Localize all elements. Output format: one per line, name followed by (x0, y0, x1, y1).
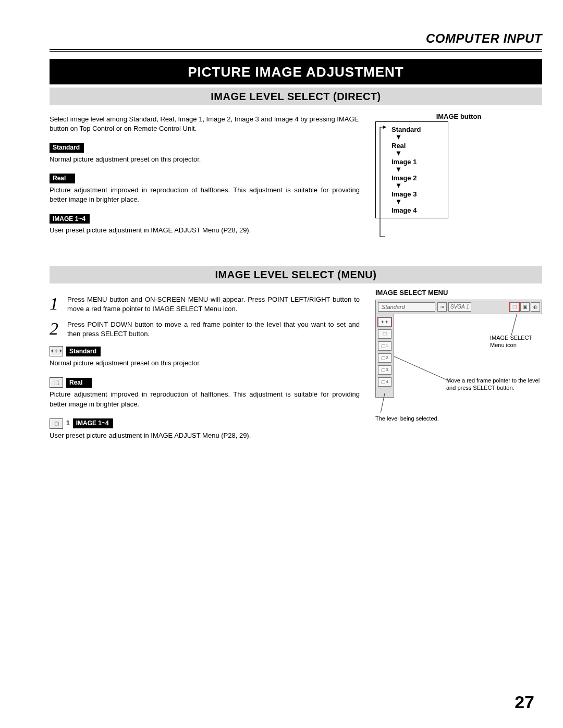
step-text-2: Press POINT DOWN button to move a red fr… (67, 320, 360, 339)
loop-arrow-icon (378, 125, 387, 239)
divider (50, 49, 542, 50)
section-header: COMPUTER INPUT (50, 31, 542, 46)
chip-standard-2: Standard (66, 347, 101, 356)
arrow-down-icon: ▾ (397, 181, 400, 189)
image14-icon: ▢ (50, 418, 63, 429)
page-number: 27 (515, 692, 534, 712)
menu-icon-2: ▣ (520, 302, 530, 312)
desc-image14: User preset picture adjustment in IMAGE … (50, 226, 360, 235)
menu-icon-3: ◐ (531, 302, 540, 312)
desc-real-2: Picture adjustment improved in reproduct… (50, 390, 360, 409)
svg-line-0 (394, 356, 451, 382)
arrow-down-icon: ▾ (397, 149, 400, 157)
side-image1-icon: ▢1 (378, 341, 391, 351)
chip-real-2: Real (66, 378, 92, 388)
menu-top-bar: Standard ⇥ SVGA 1 ⬚ ▣ ◐ (375, 300, 542, 314)
chip-real: Real (50, 174, 75, 183)
step-text-1: Press MENU button and ON-SCREEN MENU wil… (67, 295, 360, 314)
standard-icon: ✦✧✦ (50, 346, 63, 356)
side-image2-icon: ▢2 (378, 353, 391, 363)
side-image3-icon: ▢3 (378, 365, 391, 375)
level-real: Real (387, 141, 443, 150)
annot-menu-icon: IMAGE SELECT Menu icon (490, 334, 547, 349)
svg-line-2 (381, 393, 385, 413)
real-icon: ⬚ (50, 377, 63, 388)
icon-badge-1: 1 (66, 419, 70, 428)
level-standard: Standard (387, 125, 443, 134)
step-number-2: 2 (50, 320, 61, 339)
annot-pointer: Move a red frame pointer to the level an… (446, 377, 545, 392)
level-image3: Image 3 (387, 190, 443, 199)
menu-sidebar: ✦✦ ⬚ ▢1 ▢2 ▢3 ▢4 (375, 314, 394, 398)
image-select-menu-icon: ⬚ (510, 302, 519, 312)
subsection-title-direct: IMAGE LEVEL SELECT (DIRECT) (50, 88, 542, 105)
arrow-down-icon: ▾ (397, 165, 400, 173)
menu-current-label: Standard (378, 302, 435, 312)
divider (50, 51, 542, 52)
level-image2: Image 2 (387, 174, 443, 182)
desc-image14-2: User preset picture adjustment in IMAGE … (50, 431, 360, 440)
subsection-title-menu: IMAGE LEVEL SELECT (MENU) (50, 266, 542, 283)
image-select-menu-figure: IMAGE SELECT MENU Standard ⇥ SVGA 1 ⬚ ▣ … (375, 289, 542, 398)
chip-image14-2: IMAGE 1~4 (73, 418, 113, 428)
desc-real: Picture adjustment improved in reproduct… (50, 186, 360, 204)
image-button-diagram: Standard ▾ Real ▾ Image 1 ▾ Image 2 ▾ Im… (375, 121, 448, 218)
level-image4: Image 4 (387, 206, 443, 215)
side-real-icon: ⬚ (378, 329, 391, 339)
step-number-1: 1 (50, 295, 61, 314)
image-button-title: IMAGE button (375, 113, 542, 120)
chip-image14: IMAGE 1~4 (50, 214, 90, 224)
input-icon: ⇥ (437, 302, 447, 312)
chip-standard: Standard (50, 143, 84, 153)
menu-figure-title: IMAGE SELECT MENU (375, 289, 542, 297)
side-image4-icon: ▢4 (378, 377, 391, 387)
level-image1: Image 1 (387, 157, 443, 166)
annot3-line (381, 393, 401, 414)
svga-label: SVGA 1 (448, 302, 471, 312)
intro-paragraph: Select image level among Standard, Real,… (50, 115, 360, 133)
page-title: PICTURE IMAGE ADJUSTMENT (50, 59, 542, 84)
annot-level-selected: The level being selected. (375, 415, 480, 422)
side-standard-icon: ✦✦ (378, 317, 391, 327)
desc-standard: Normal picture adjustment preset on this… (50, 155, 360, 164)
arrow-down-icon: ▾ (397, 197, 400, 205)
svg-line-1 (511, 314, 518, 335)
arrow-down-icon: ▾ (397, 132, 400, 141)
desc-standard-2: Normal picture adjustment preset on this… (50, 359, 360, 368)
